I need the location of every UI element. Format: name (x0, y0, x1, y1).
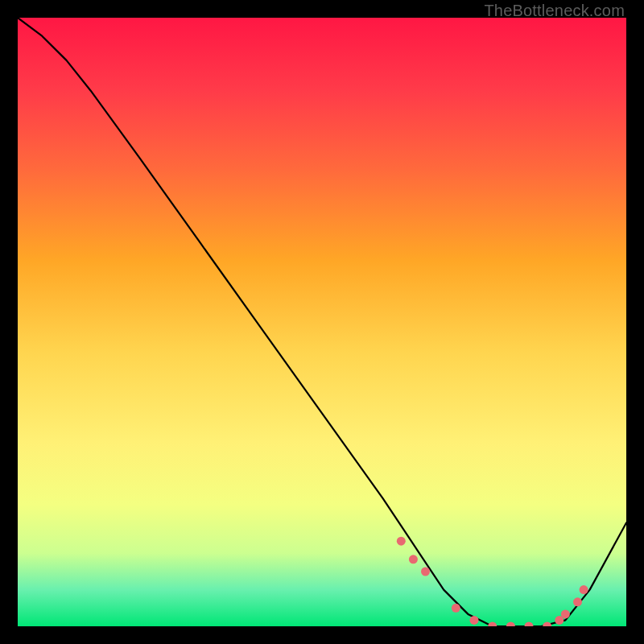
chart-marker (580, 585, 588, 594)
chart-background (18, 18, 626, 626)
chart-frame (18, 18, 626, 626)
chart-marker (409, 555, 418, 564)
chart-svg (18, 18, 626, 626)
chart-marker (421, 568, 430, 576)
chart-marker (561, 609, 570, 618)
chart-marker (397, 537, 406, 546)
chart-marker (573, 597, 582, 606)
chart-marker (452, 604, 460, 613)
chart-marker (470, 616, 479, 625)
watermark-text: TheBottleneck.com (484, 2, 625, 20)
